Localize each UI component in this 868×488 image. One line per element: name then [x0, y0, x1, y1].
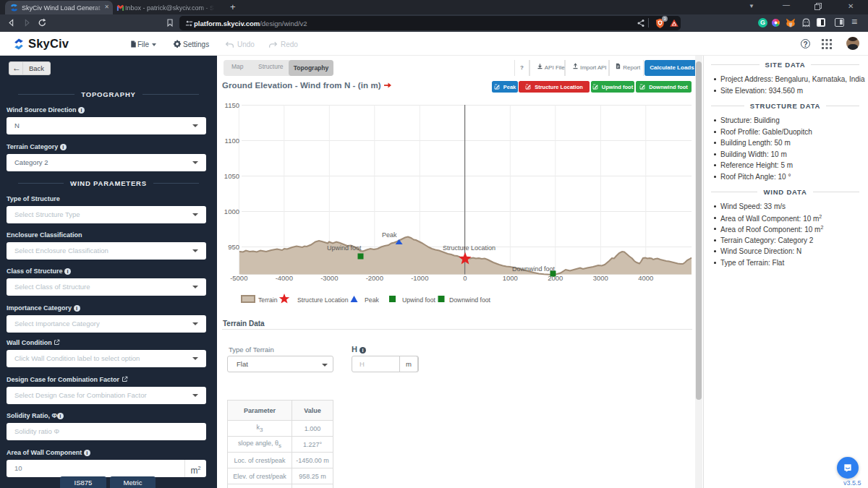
- svg-text:Peak: Peak: [382, 231, 397, 239]
- svg-text:1050: 1050: [224, 172, 239, 180]
- svg-text:Downwind foot: Downwind foot: [512, 265, 556, 273]
- svg-text:Structure Location: Structure Location: [297, 296, 349, 304]
- svg-text:-1000: -1000: [411, 274, 428, 282]
- svg-text:-3000: -3000: [320, 274, 338, 282]
- svg-text:Downwind foot: Downwind foot: [449, 296, 491, 304]
- svg-text:Structure Location: Structure Location: [443, 244, 495, 252]
- svg-text:Upwind foot: Upwind foot: [402, 296, 435, 304]
- svg-text:Terrain: Terrain: [258, 296, 278, 304]
- svg-text:0: 0: [463, 274, 467, 282]
- svg-text:1000: 1000: [224, 207, 239, 215]
- svg-text:1000: 1000: [503, 274, 518, 282]
- svg-text:1150: 1150: [225, 101, 239, 109]
- svg-text:Upwind foot: Upwind foot: [327, 244, 362, 252]
- svg-text:-2000: -2000: [366, 274, 383, 282]
- svg-text:1100: 1100: [225, 137, 239, 145]
- svg-text:4000: 4000: [638, 274, 653, 282]
- svg-text:950: 950: [228, 243, 239, 251]
- svg-text:-4000: -4000: [276, 274, 293, 282]
- svg-text:Peak: Peak: [365, 296, 379, 304]
- svg-text:-5000: -5000: [230, 274, 247, 282]
- svg-text:3000: 3000: [593, 274, 608, 282]
